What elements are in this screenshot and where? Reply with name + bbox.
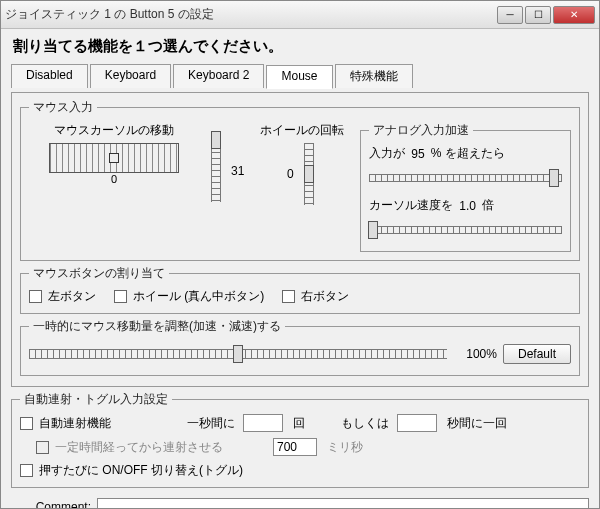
check-delay-fire: 一定時間経ってから連射させる (36, 439, 223, 456)
check-right-button[interactable]: 右ボタン (282, 288, 349, 305)
group-button-assign: マウスボタンの割り当て 左ボタン ホイール (真ん中ボタン) 右ボタン (20, 265, 580, 314)
check-autofire-enable[interactable]: 自動連射機能 (20, 415, 111, 432)
analog-line1c: % を超えたら (431, 145, 505, 162)
analog-speed-slider[interactable] (369, 217, 562, 243)
group-mouse-input: マウス入力 マウスカーソルの移動 0 31 (20, 99, 580, 261)
maximize-button[interactable]: ☐ (525, 6, 551, 24)
close-button[interactable]: ✕ (553, 6, 595, 24)
tabstrip: Disabled Keyboard Keyboard 2 Mouse 特殊機能 (11, 64, 589, 88)
legend-analog-accel: アナログ入力加速 (369, 122, 473, 139)
check-wheel-button[interactable]: ホイール (真ん中ボタン) (114, 288, 264, 305)
group-temp-adjust: 一時的にマウス移動量を調整(加速・減速)する 100% Default (20, 318, 580, 376)
legend-autofire: 自動連射・トグル入力設定 (20, 391, 172, 408)
tab-keyboard2[interactable]: Keyboard 2 (173, 64, 264, 88)
check-left-button[interactable]: 左ボタン (29, 288, 96, 305)
legend-button-assign: マウスボタンの割り当て (29, 265, 169, 282)
analog-threshold-value: 95 (411, 147, 424, 161)
analog-line1a: 入力が (369, 145, 405, 162)
content-area: 割り当てる機能を１つ選んでください。 Disabled Keyboard Key… (1, 29, 599, 508)
tab-special[interactable]: 特殊機能 (335, 64, 413, 88)
label-cursor-move: マウスカーソルの移動 (29, 122, 199, 139)
cursor-speed-slider[interactable] (207, 140, 225, 202)
label-persec-b: 秒間に一回 (447, 415, 507, 432)
group-analog-accel: アナログ入力加速 入力が 95 % を超えたら カーソル速度を 1.0 (360, 122, 571, 252)
group-autofire: 自動連射・トグル入力設定 自動連射機能 一秒間に 回 もしくは 秒間に一回 一定… (11, 391, 589, 488)
analog-threshold-slider[interactable] (369, 165, 562, 191)
cursor-direction-box[interactable] (49, 143, 179, 173)
tab-disabled[interactable]: Disabled (11, 64, 88, 88)
analog-line2c: 倍 (482, 197, 494, 214)
default-button[interactable]: Default (503, 344, 571, 364)
tab-mouse[interactable]: Mouse (266, 65, 332, 89)
titlebar[interactable]: ジョイスティック 1 の Button 5 の設定 ─ ☐ ✕ (1, 1, 599, 29)
check-toggle[interactable]: 押すたびに ON/OFF 切り替え(トグル) (20, 462, 243, 479)
analog-speed-value: 1.0 (459, 199, 476, 213)
input-times-per-sec[interactable] (243, 414, 283, 432)
tab-page-mouse: マウス入力 マウスカーソルの移動 0 31 (11, 92, 589, 387)
input-delay-ms (273, 438, 317, 456)
input-sec-per-time[interactable] (397, 414, 437, 432)
window-title: ジョイスティック 1 の Button 5 の設定 (5, 6, 495, 23)
label-comment: Comment: (11, 500, 91, 508)
analog-line2a: カーソル速度を (369, 197, 453, 214)
wheel-slider[interactable] (300, 143, 318, 205)
tab-keyboard[interactable]: Keyboard (90, 64, 171, 88)
window: ジョイスティック 1 の Button 5 の設定 ─ ☐ ✕ 割り当てる機能を… (0, 0, 600, 509)
label-persec-a: 一秒間に (187, 415, 235, 432)
cursor-speed-value: 31 (231, 164, 244, 178)
temp-adjust-percent: 100% (453, 347, 497, 361)
headline: 割り当てる機能を１つ選んでください。 (11, 35, 589, 60)
temp-adjust-slider[interactable] (29, 341, 447, 367)
cursor-center-value: 0 (111, 173, 117, 185)
legend-temp-adjust: 一時的にマウス移動量を調整(加速・減速)する (29, 318, 285, 335)
minimize-button[interactable]: ─ (497, 6, 523, 24)
unit-ms: ミリ秒 (327, 439, 363, 456)
unit-times1: 回 (293, 415, 305, 432)
legend-mouse-input: マウス入力 (29, 99, 97, 116)
input-comment[interactable] (97, 498, 589, 508)
wheel-value: 0 (287, 167, 294, 181)
label-or: もしくは (341, 415, 389, 432)
label-wheel: ホイールの回転 (260, 122, 344, 139)
